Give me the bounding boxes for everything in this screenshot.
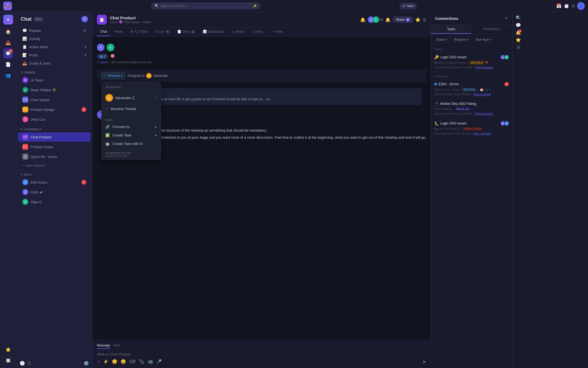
tab-dashboard[interactable]: 📊 Dashboard — [200, 28, 227, 36]
pinned-section-header[interactable]: ▾ Pinned — [16, 67, 92, 75]
send-button[interactable]: ➤ — [422, 359, 426, 365]
view-message-link[interactable]: View message — [475, 66, 493, 69]
tab-posts[interactable]: Posts — [111, 28, 126, 36]
sidebar-item-chat-product[interactable]: CP Chat Product — [18, 132, 91, 142]
tab-docs[interactable]: 📄 Docs 2 — [174, 28, 198, 36]
home-icon[interactable]: 🏠 — [3, 27, 13, 37]
star-rail-icon[interactable]: ⭐ — [516, 37, 521, 42]
format-tool-icon[interactable]: ⌨ — [129, 358, 136, 365]
tab-board[interactable]: 🗂 Board — [228, 28, 248, 36]
task-type-filter[interactable]: Task Type ▾ — [473, 37, 494, 42]
clock-icon[interactable]: 🕐 — [20, 361, 25, 366]
login2-view-link[interactable]: View message — [473, 132, 491, 135]
teams-icon[interactable]: 👥 — [3, 70, 13, 80]
add-chat-button[interactable]: + — [81, 16, 88, 22]
emoji-tool-icon[interactable]: 😊 — [111, 358, 118, 365]
mobile-okta-view-link[interactable]: View message — [475, 112, 493, 115]
user-avatar[interactable]: 👤 — [577, 2, 585, 10]
timer-icon[interactable]: ⏱️ — [564, 3, 569, 8]
tab-table[interactable]: ⊞ 4.0 Table — [127, 28, 151, 36]
composer-input[interactable] — [97, 351, 426, 358]
reaction-badge[interactable]: 👥 2 — [97, 54, 108, 59]
app-logo[interactable]: 🚀 — [3, 2, 12, 10]
channels-section-header[interactable]: ▾ Channels — [16, 124, 92, 132]
sidebar-item-joey-cox[interactable]: J Joey Cox — [18, 115, 91, 124]
sidebar-item-product-design[interactable]: PD Product Design 3 — [18, 105, 91, 114]
resolve-thread-item[interactable]: ✓ Resolve Thread — [102, 105, 161, 113]
dms-section-header[interactable]: ▾ DM's — [16, 169, 92, 177]
more-icon[interactable]: ⋯ — [3, 81, 13, 91]
emoji2-tool-icon[interactable]: 😄 — [120, 358, 127, 365]
task-avatars-login2: A Z — [501, 121, 509, 126]
task-card-e30a[interactable]: E30A – Errors Z Task in Core – Bugs • TE… — [431, 79, 512, 99]
grid-icon[interactable]: ⊞ — [571, 3, 575, 8]
assignee-filter[interactable]: Assignee ▾ — [452, 37, 471, 42]
sidebar-item-action-items[interactable]: 📋 Action items 8 — [18, 43, 91, 51]
spaces-icon[interactable]: 🔲 — [3, 355, 13, 365]
docs-icon[interactable]: 📄 — [3, 59, 13, 69]
dropdown-assignee-row[interactable]: AZ Alexander Z. ✕ — [102, 91, 161, 105]
e30a-view-message-link[interactable]: View message — [473, 93, 491, 96]
create-task-item[interactable]: ✅ Create Task ▶ — [102, 131, 161, 139]
search-rail-icon[interactable]: 🔍 — [516, 15, 521, 20]
sidebar-item-drafts[interactable]: 📤 Drafts & Sent — [18, 59, 91, 67]
sidebar-item-sprint-69[interactable]: S Sprint 69 - Views — [18, 152, 91, 161]
composer-tab-post[interactable]: Post — [114, 343, 120, 349]
tab-more[interactable]: 2 more... — [249, 28, 268, 36]
notification-rail-icon[interactable]: 🔔 2 — [516, 30, 521, 35]
sidebar-item-replies[interactable]: 💬 Replies 12 — [18, 27, 91, 34]
sidebar-item-ui-team[interactable]: U UI Team — [18, 75, 91, 85]
chat-area[interactable]: A B 👥 2 🎯 2 replies Last comment today a… — [93, 37, 431, 340]
mic-tool-icon[interactable]: 🎤 — [156, 358, 162, 365]
create-task-ai-item[interactable]: 🤖 Create Task with AI — [102, 139, 161, 148]
search-input[interactable] — [161, 4, 251, 8]
chat-rail-icon[interactable]: 💬 — [516, 23, 521, 28]
sidebar-item-chat-squad[interactable]: CS Chat Squad — [18, 95, 91, 104]
inbox-icon[interactable]: 📥 — [3, 38, 13, 47]
settings-icon[interactable]: ⚙️ — [84, 361, 89, 366]
filter-row: Status ▾ Assignee ▾ Task Type ▾ — [431, 34, 512, 45]
sidebar-item-olga[interactable]: O Olga O. — [18, 197, 91, 206]
sidebar-item-product-vision[interactable]: PV Product Vision — [18, 142, 91, 151]
conn-tab-tasks[interactable]: Tasks — [431, 25, 472, 34]
status-filter[interactable]: Status ▾ — [434, 37, 450, 42]
composer-tab-message[interactable]: Message — [97, 343, 110, 349]
sidebar-item-dean-phillips[interactable]: D Dean Phillips 🌴 — [18, 85, 91, 95]
sidebar-item-zach[interactable]: Z Zach 🌶 — [18, 187, 91, 197]
e30a-dot-icon — [434, 83, 437, 86]
grid-rail-icon[interactable]: ⊞ — [517, 45, 520, 50]
list-view-icon[interactable]: ☰ — [27, 361, 31, 366]
chat-icon[interactable]: 💬 4 — [3, 48, 13, 58]
lightning-tool-icon[interactable]: ⚡ — [103, 358, 109, 365]
member-avatars[interactable]: A B 32 — [368, 16, 383, 23]
resolve-button[interactable]: ✓ Resolve ▾ — [101, 72, 125, 79]
notification-icon[interactable]: 🔔 — [385, 17, 391, 22]
calendar-icon[interactable]: 📅 — [556, 3, 562, 8]
star-icon[interactable]: ⭐ — [415, 17, 421, 22]
task-card-login-sso-2[interactable]: 🐛 Login SSO Issues A Z Bug in Core Produ… — [431, 118, 512, 138]
search-bar[interactable]: 🔍 ✨ — [151, 2, 260, 9]
task-card-mobile-okta[interactable]: 📱 Mobile Okta SSO Failing Task in Mobile… — [431, 99, 512, 118]
bell-icon[interactable]: 🔔 — [360, 17, 366, 22]
plus-tool-icon[interactable]: + — [97, 359, 100, 365]
favorites-icon[interactable]: ⭐ — [3, 345, 13, 354]
tab-list[interactable]: ☰ List 4 — [152, 28, 173, 36]
conn-tab-references[interactable]: References — [471, 25, 512, 34]
add-channel-button[interactable]: + Add channel — [18, 162, 91, 169]
video-tool-icon[interactable]: 📹 — [147, 358, 154, 365]
add-view-button[interactable]: + View — [270, 28, 286, 36]
dropdown-close-button[interactable]: ✕ — [154, 96, 157, 100]
task-card-login-sso[interactable]: 🔑 Login SSO Issues A B Milestone in Bugs… — [431, 52, 512, 72]
connections-close-button[interactable]: ✕ — [504, 16, 508, 21]
tab-chat[interactable]: Chat — [97, 28, 110, 36]
layout-icon[interactable]: ⊞ — [423, 17, 426, 22]
sidebar-item-posts[interactable]: 📝 Posts 8 — [18, 51, 91, 59]
replies-link[interactable]: 2 replies Last comment today at 4:32 pm — [97, 60, 426, 64]
logo-icon[interactable]: ✦ — [3, 15, 13, 25]
sidebar-item-zeb-evans[interactable]: Z Zeb Evans 1 — [18, 178, 91, 187]
new-button[interactable]: ⊕ New — [399, 3, 417, 9]
connect-to-item[interactable]: 🔗 Connect to ▶ — [102, 123, 161, 131]
sidebar-item-activity[interactable]: 📊 Activity — [18, 35, 91, 42]
attach-tool-icon[interactable]: 📎 — [138, 358, 145, 365]
share-button[interactable]: Share 2 — [393, 16, 413, 23]
